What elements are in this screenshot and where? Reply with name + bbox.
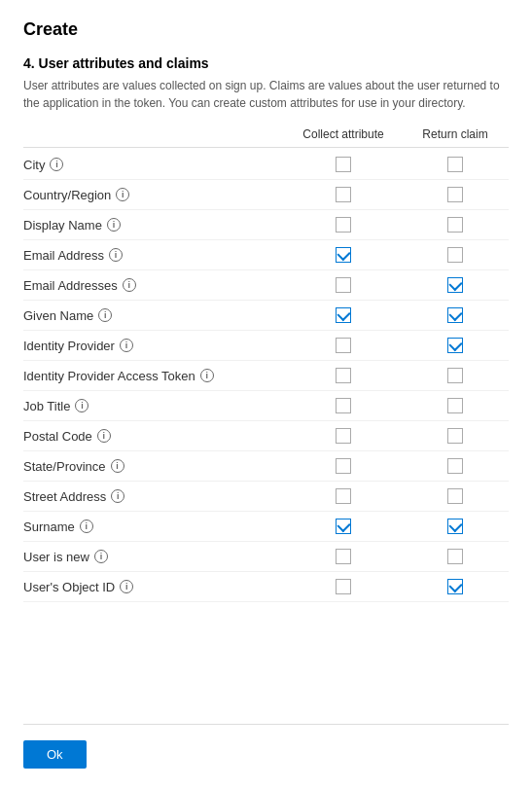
return-checkbox[interactable] (447, 157, 463, 172)
info-icon[interactable]: i (200, 369, 214, 382)
return-checkbox-cell (402, 157, 509, 172)
table-row: State/Provincei (23, 451, 509, 482)
table-row: Display Namei (23, 210, 509, 240)
info-icon[interactable]: i (120, 339, 133, 352)
collect-checkbox-cell (285, 398, 402, 413)
return-checkbox[interactable] (447, 519, 463, 534)
table-row: Job Titlei (23, 391, 509, 421)
attribute-name: Country/Regioni (23, 188, 285, 202)
table-row: Email Addressi (23, 240, 509, 270)
info-icon[interactable]: i (50, 158, 63, 171)
section-description: User attributes are values collected on … (23, 77, 509, 112)
return-checkbox[interactable] (447, 549, 463, 564)
return-checkbox-cell (402, 217, 509, 233)
return-checkbox-cell (402, 519, 509, 534)
info-icon[interactable]: i (123, 278, 136, 292)
collect-checkbox-cell (285, 368, 402, 383)
collect-checkbox-cell (285, 579, 402, 594)
attribute-name: Identity Provider Access Tokeni (23, 369, 285, 383)
return-checkbox-cell (402, 368, 509, 383)
table-row: User's Object IDi (23, 572, 509, 602)
collect-checkbox-cell (285, 549, 402, 564)
collect-checkbox[interactable] (336, 217, 351, 233)
return-checkbox[interactable] (447, 247, 463, 263)
return-claim-header: Return claim (402, 127, 509, 141)
return-checkbox[interactable] (447, 338, 463, 353)
collect-checkbox[interactable] (336, 488, 351, 504)
collect-checkbox[interactable] (336, 458, 351, 474)
table-row: Identity Provider Access Tokeni (23, 361, 509, 391)
attribute-name: Email Addressi (23, 248, 285, 263)
return-checkbox-cell (402, 549, 509, 564)
return-checkbox[interactable] (447, 398, 463, 413)
collect-checkbox[interactable] (336, 428, 351, 444)
return-checkbox-cell (402, 338, 509, 353)
return-checkbox[interactable] (447, 458, 463, 474)
collect-checkbox-cell (285, 187, 402, 202)
return-checkbox[interactable] (447, 579, 463, 594)
info-icon[interactable]: i (107, 218, 121, 232)
attributes-list: CityiCountry/RegioniDisplay NameiEmail A… (23, 150, 509, 602)
collect-checkbox-cell (285, 338, 402, 353)
collect-checkbox[interactable] (336, 368, 351, 383)
info-icon[interactable]: i (116, 188, 129, 201)
collect-checkbox-cell (285, 519, 402, 534)
return-checkbox[interactable] (447, 488, 463, 504)
attribute-name: Cityi (23, 158, 285, 172)
return-checkbox[interactable] (447, 277, 463, 293)
section-title: 4. User attributes and claims (23, 55, 509, 71)
return-checkbox[interactable] (447, 368, 463, 383)
collect-checkbox-cell (285, 307, 402, 323)
collect-checkbox-cell (285, 428, 402, 444)
info-icon[interactable]: i (80, 519, 93, 533)
return-checkbox[interactable] (447, 187, 463, 202)
return-checkbox-cell (402, 277, 509, 293)
attribute-name: Display Namei (23, 218, 285, 233)
table-row: Postal Codei (23, 421, 509, 451)
return-checkbox-cell (402, 579, 509, 594)
return-checkbox-cell (402, 428, 509, 444)
info-icon[interactable]: i (75, 399, 89, 412)
collect-checkbox[interactable] (336, 277, 351, 293)
attribute-name: Identity Provideri (23, 339, 285, 353)
return-checkbox-cell (402, 187, 509, 202)
collect-checkbox[interactable] (336, 187, 351, 202)
attribute-name: Email Addressesi (23, 278, 285, 293)
attribute-name: Surnamei (23, 519, 285, 534)
table-row: Country/Regioni (23, 180, 509, 210)
attribute-name: Job Titlei (23, 399, 285, 413)
info-icon[interactable]: i (120, 580, 133, 593)
collect-checkbox[interactable] (336, 307, 351, 323)
attribute-name: State/Provincei (23, 459, 285, 474)
attribute-name: Postal Codei (23, 429, 285, 444)
collect-checkbox[interactable] (336, 157, 351, 172)
table-row: Identity Provideri (23, 331, 509, 361)
collect-checkbox[interactable] (336, 398, 351, 413)
collect-checkbox-cell (285, 488, 402, 504)
return-checkbox[interactable] (447, 428, 463, 444)
collect-checkbox[interactable] (336, 519, 351, 534)
attribute-name: User's Object IDi (23, 580, 285, 594)
info-icon[interactable]: i (111, 459, 124, 473)
info-icon[interactable]: i (97, 429, 111, 443)
info-icon[interactable]: i (98, 308, 112, 322)
collect-checkbox-cell (285, 217, 402, 233)
return-checkbox[interactable] (447, 307, 463, 323)
info-icon[interactable]: i (94, 550, 108, 563)
collect-checkbox-cell (285, 157, 402, 172)
attribute-name: Given Namei (23, 308, 285, 323)
collect-checkbox[interactable] (336, 549, 351, 564)
collect-checkbox[interactable] (336, 247, 351, 263)
attribute-name: User is newi (23, 550, 285, 564)
collect-checkbox-cell (285, 247, 402, 263)
ok-button[interactable]: Ok (23, 740, 87, 769)
info-icon[interactable]: i (109, 248, 123, 262)
return-checkbox-cell (402, 458, 509, 474)
return-checkbox[interactable] (447, 217, 463, 233)
attribute-name: Street Addressi (23, 489, 285, 504)
collect-checkbox[interactable] (336, 579, 351, 594)
return-checkbox-cell (402, 307, 509, 323)
table-row: User is newi (23, 542, 509, 572)
collect-checkbox[interactable] (336, 338, 351, 353)
info-icon[interactable]: i (111, 489, 124, 503)
